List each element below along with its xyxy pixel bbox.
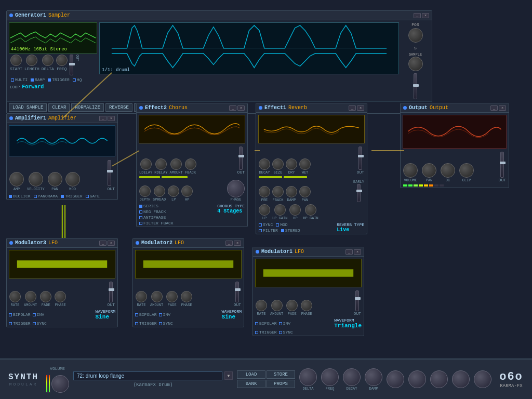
btn-clear[interactable]: CLEAR — [48, 103, 70, 112]
out-knob-dc[interactable] — [441, 163, 455, 178]
synth-knob-extra5[interactable] — [474, 370, 491, 388]
btn-bank[interactable]: BANK — [237, 380, 265, 388]
gen-knob-length[interactable] — [26, 55, 37, 66]
mod3-cb-inv[interactable]: INV — [33, 312, 44, 317]
amp-fader-out[interactable] — [108, 160, 111, 186]
eff1-cb-mod[interactable]: MOD — [276, 222, 287, 227]
amp-close-btn[interactable]: × — [108, 116, 115, 121]
out-knob-volume[interactable] — [403, 163, 418, 178]
eff2-cb-antiphase[interactable]: ANTIPHASE — [139, 215, 174, 220]
amp-min-btn[interactable]: _ — [99, 116, 107, 121]
btn-normalize[interactable]: NORMALIZE — [71, 103, 104, 112]
btn-load[interactable]: LOAD — [237, 370, 265, 379]
synth-knob-decay[interactable] — [343, 368, 361, 386]
mod3-close-btn[interactable]: × — [108, 241, 115, 246]
eff1-knob-lpgain[interactable] — [274, 204, 286, 216]
synth-knob-extra4[interactable] — [452, 370, 470, 388]
gen-right-fader[interactable] — [414, 73, 417, 99]
mod1-cb-inv[interactable]: INV — [279, 321, 290, 326]
synth-knob-volume[interactable] — [51, 375, 69, 393]
synth-knob-delta[interactable] — [299, 368, 317, 386]
eff2-close-btn[interactable]: × — [237, 105, 245, 111]
synth-knob-extra3[interactable] — [430, 370, 448, 388]
mod1-close-btn[interactable]: × — [354, 249, 361, 255]
eff2-knob-depth[interactable] — [139, 185, 151, 197]
mod3-knob-phase[interactable] — [55, 291, 66, 302]
mod2-cb-bipolar[interactable]: BIPOLAR — [135, 312, 157, 317]
out-fader[interactable] — [500, 152, 504, 178]
gen-knob-freq[interactable] — [56, 55, 68, 66]
eff2-cb-filterfback[interactable]: FILTER FBACK — [139, 221, 174, 225]
btn-reverse[interactable]: REVERSE — [105, 103, 132, 112]
btn-props[interactable]: PROPS — [267, 380, 295, 388]
mod3-cb-sync[interactable]: SYNC — [33, 321, 47, 326]
amp-cb-declick[interactable]: DECLICK — [9, 194, 31, 198]
preset-dropdown-btn[interactable]: ▼ — [224, 371, 233, 380]
out-close-btn[interactable]: × — [499, 105, 506, 111]
eff2-knob-lp[interactable] — [168, 185, 179, 197]
amp-cb-panorama[interactable]: PANORAMA — [34, 194, 58, 198]
eff1-fader-out[interactable] — [358, 147, 362, 170]
gen-knob-start[interactable] — [10, 55, 22, 66]
eff1-knob-size[interactable] — [272, 158, 284, 170]
synth-knob-extra2[interactable] — [408, 370, 426, 388]
amp-cb-gate[interactable]: GATE — [86, 194, 100, 198]
gen-cb-ramp[interactable]: RAMP — [31, 77, 45, 82]
synth-knob-freq[interactable] — [321, 368, 339, 386]
eff1-knob-pan[interactable] — [299, 186, 311, 197]
mod1-cb-bipolar[interactable]: BIPOLAR — [255, 321, 277, 326]
mod1-min-btn[interactable]: _ — [345, 249, 353, 255]
amp-knob-velocity[interactable] — [29, 172, 43, 187]
mod2-fader-out[interactable] — [235, 282, 239, 302]
amp-knob-amp[interactable] — [9, 172, 24, 187]
mod2-cb-sync[interactable]: SYNC — [159, 321, 173, 326]
mod1-knob-amount[interactable] — [271, 300, 283, 311]
eff1-fader-early[interactable] — [357, 184, 361, 202]
preset-name-input[interactable] — [73, 371, 222, 380]
mod3-knob-amount[interactable] — [25, 291, 36, 302]
eff1-knob-hpgain[interactable] — [305, 204, 316, 216]
mod3-fader-out[interactable] — [109, 282, 113, 302]
eff1-knob-dry[interactable] — [286, 158, 297, 170]
mod1-knob-fade[interactable] — [286, 300, 298, 311]
mod3-cb-trigger[interactable]: TRIGGER — [9, 321, 31, 326]
eff1-knob-damp[interactable] — [286, 186, 297, 197]
eff2-cb-negfback[interactable]: NEG FBACK — [139, 209, 174, 214]
generator-min-btn[interactable]: _ — [414, 13, 421, 18]
mod3-min-btn[interactable]: _ — [99, 241, 107, 246]
eff2-min-btn[interactable]: _ — [229, 105, 236, 111]
gen-cb-hq[interactable]: HQ — [73, 77, 82, 82]
eff2-knob-fback[interactable] — [185, 158, 196, 170]
mod2-min-btn[interactable]: _ — [225, 241, 233, 246]
mod2-close-btn[interactable]: × — [234, 241, 241, 246]
btn-store[interactable]: STORE — [267, 370, 295, 379]
eff2-knob-rdelay[interactable] — [155, 158, 167, 170]
mod3-knob-rate[interactable] — [9, 291, 21, 302]
gen-knob-sample[interactable] — [408, 57, 423, 71]
mod3-knob-fade[interactable] — [40, 291, 51, 302]
mod2-cb-trigger[interactable]: TRIGGER — [135, 321, 157, 326]
eff1-knob-decay[interactable] — [259, 158, 270, 170]
synth-knob-damp[interactable] — [365, 368, 382, 386]
gen-knob-delta[interactable] — [42, 55, 54, 66]
eff1-cb-sync[interactable]: SYNC — [259, 222, 273, 227]
eff1-knob-fback[interactable] — [272, 186, 284, 197]
out-knob-pan[interactable] — [422, 163, 436, 178]
eff2-knob-phase[interactable] — [227, 180, 245, 197]
gen-cb-trigger[interactable]: TRIGGER — [48, 77, 70, 82]
gen-knob-pos[interactable] — [408, 28, 423, 43]
eff1-knob-hp[interactable] — [289, 204, 301, 216]
amp-knob-pan[interactable] — [48, 172, 62, 187]
synth-knob-extra1[interactable] — [387, 370, 404, 388]
mod1-cb-sync[interactable]: SYNC — [279, 330, 293, 335]
eff1-cb-stereo[interactable]: STEREO — [281, 228, 300, 233]
mod2-knob-phase[interactable] — [181, 291, 192, 302]
mod3-cb-bipolar[interactable]: BIPOLAR — [9, 312, 31, 317]
mod1-knob-rate[interactable] — [256, 300, 267, 311]
gen-cb-multi[interactable]: MULTI — [11, 77, 28, 82]
mod1-cb-trigger[interactable]: TRIGGER — [255, 330, 277, 335]
btn-load-sample[interactable]: LOAD SAMPLE — [9, 103, 47, 112]
amp-cb-trigger[interactable]: TRIGGER — [61, 194, 83, 198]
mod2-cb-inv[interactable]: INV — [159, 312, 170, 317]
eff1-cb-filter[interactable]: FILTER — [259, 228, 278, 233]
